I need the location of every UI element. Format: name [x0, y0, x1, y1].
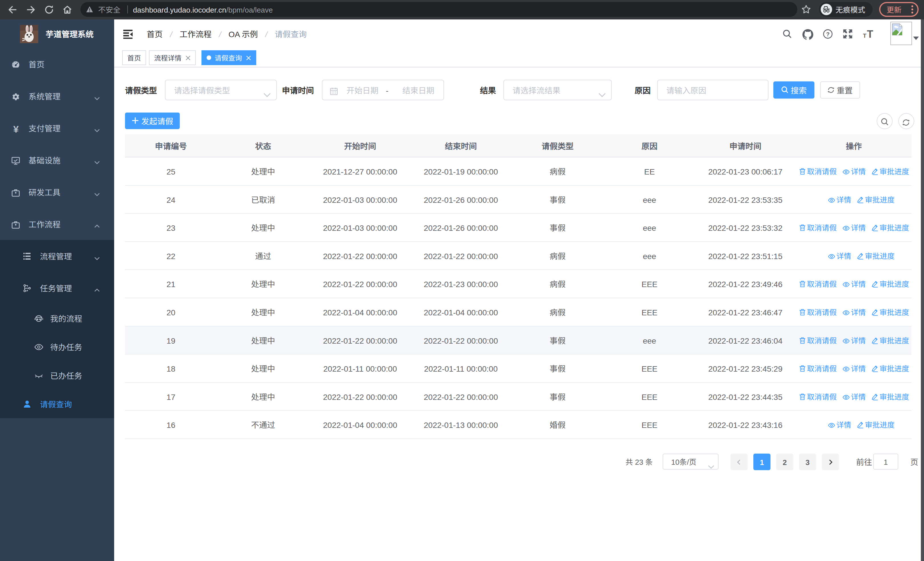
svg-text:T: T: [867, 29, 873, 39]
svg-text:T: T: [863, 33, 866, 39]
svg-text:¥: ¥: [14, 124, 19, 134]
svg-text:?: ?: [826, 31, 830, 38]
